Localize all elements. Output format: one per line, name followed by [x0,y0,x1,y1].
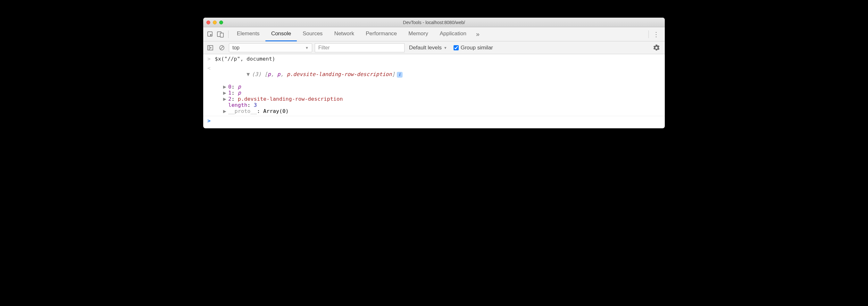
console-toolbar: top ▼ Default levels ▼ Group similar [203,41,665,54]
titlebar: DevTools - localhost:8080/web/ [203,18,665,27]
console-output: > $x("//p", document) < ▼(3) [p, p, p.de… [203,54,665,128]
group-similar-checkbox[interactable] [454,45,459,50]
divider [228,30,228,38]
clear-console-icon[interactable] [217,43,226,52]
settings-icon[interactable] [653,45,660,51]
array-entry-0[interactable]: ▶0: p [207,84,661,90]
chevron-down-icon: ▼ [444,46,447,50]
window-title: DevTools - localhost:8080/web/ [203,20,665,25]
tab-elements[interactable]: Elements [231,27,266,41]
console-result-row: < ▼(3) [p, p, p.devsite-landing-row-desc… [203,63,665,116]
console-input-row: > $x("//p", document) [203,54,665,63]
array-entry-2[interactable]: ▶2: p.devsite-landing-row-description [207,96,661,102]
array-length: ▶length: 3 [207,102,661,108]
context-value: top [232,45,240,51]
tab-console[interactable]: Console [266,27,297,41]
inspect-element-icon[interactable] [205,29,215,39]
divider [648,30,649,38]
svg-line-6 [220,46,223,49]
result-summary[interactable]: ▼(3) [p, p, p.devsite-landing-row-descri… [215,65,403,84]
tab-sources[interactable]: Sources [297,27,328,41]
array-count: (3) [252,71,261,77]
tab-application[interactable]: Application [434,27,472,41]
tabs-overflow[interactable]: » [473,30,482,38]
menu-button[interactable]: ⋮ [651,30,661,38]
array-proto[interactable]: ▶__proto__: Array(0) [207,108,661,114]
tab-memory[interactable]: Memory [403,27,434,41]
sidebar-toggle-icon[interactable] [206,43,215,52]
device-toggle-icon[interactable] [215,29,226,39]
tab-performance[interactable]: Performance [360,27,403,41]
log-levels-select[interactable]: Default levels ▼ [409,45,447,51]
levels-label: Default levels [409,45,442,51]
tab-network[interactable]: Network [329,27,360,41]
filter-input[interactable] [315,43,404,52]
input-code[interactable]: $x("//p", document) [215,56,275,62]
expand-toggle[interactable]: ▶ [223,84,227,90]
console-prompt-row[interactable]: > [203,116,665,128]
prompt-icon: > [207,118,212,124]
group-similar-label: Group similar [461,45,493,51]
info-icon[interactable]: i [397,72,403,78]
prompt-icon: > [207,56,212,62]
svg-rect-2 [220,33,223,37]
devtools-window: DevTools - localhost:8080/web/ Elements … [203,18,665,128]
group-similar-toggle[interactable]: Group similar [454,45,493,51]
expand-toggle[interactable]: ▶ [223,96,227,102]
expand-toggle[interactable]: ▼ [247,71,251,77]
expand-toggle[interactable]: ▶ [223,108,227,114]
array-entry-1[interactable]: ▶1: p [207,90,661,96]
context-select[interactable]: top ▼ [229,43,312,52]
expand-toggle[interactable]: ▶ [223,90,227,96]
return-icon: < [207,65,212,71]
tabbar: Elements Console Sources Network Perform… [203,27,665,41]
chevron-down-icon: ▼ [305,46,309,50]
